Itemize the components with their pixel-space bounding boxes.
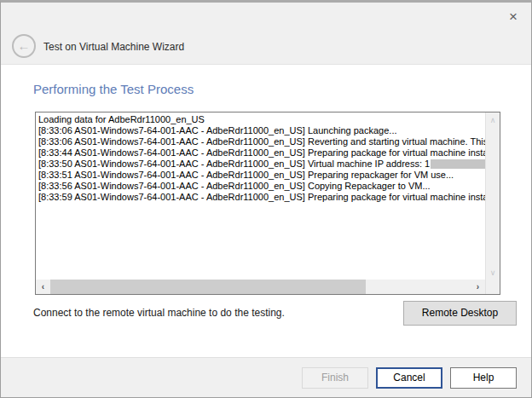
hscroll-thumb[interactable]	[50, 280, 366, 294]
remote-desktop-button[interactable]: Remote Desktop	[403, 301, 517, 326]
wizard-content: Performing the Test Process Loading data…	[1, 65, 531, 359]
log-line[interactable]: [8:33:50 AS01-Windows7-64-001-AAC - Adbe…	[38, 159, 485, 170]
test-log-listbox[interactable]: Loading data for AdbeRdr11000_en_US[8:33…	[35, 112, 500, 295]
vertical-scrollbar[interactable]: ∧ ∨	[485, 112, 500, 294]
close-icon[interactable]: ×	[504, 8, 523, 26]
log-line-text: [8:33:56 AS01-Windows7-64-001-AAC - Adbe…	[38, 181, 431, 192]
help-button[interactable]: Help	[450, 367, 517, 389]
log-line[interactable]: [8:33:06 AS01-Windows7-64-001-AAC - Adbe…	[38, 125, 485, 136]
info-row: Connect to the remote virtual machine to…	[33, 300, 517, 326]
vscroll-track[interactable]	[486, 127, 500, 265]
wizard-header: ← Test on Virtual Machine Wizard ×	[1, 3, 531, 65]
log-line-text: [8:33:51 AS01-Windows7-64-001-AAC - Adbe…	[38, 170, 454, 181]
log-line-text: [8:33:50 AS01-Windows7-64-001-AAC - Adbe…	[38, 159, 430, 170]
finish-button[interactable]: Finish	[302, 367, 368, 389]
scroll-left-icon[interactable]: ‹	[36, 280, 50, 294]
scroll-right-icon[interactable]: ›	[471, 280, 485, 294]
hscroll-track[interactable]	[50, 280, 471, 294]
redacted-ip-value	[431, 159, 485, 169]
button-bar: Finish Cancel Help	[1, 357, 531, 397]
log-line[interactable]: Loading data for AdbeRdr11000_en_US	[38, 114, 485, 125]
info-text: Connect to the remote virtual machine to…	[33, 307, 285, 319]
scroll-down-icon[interactable]: ∨	[486, 265, 500, 280]
log-list: Loading data for AdbeRdr11000_en_US[8:33…	[36, 112, 485, 280]
scrollbar-corner	[486, 280, 500, 294]
log-line[interactable]: [8:33:59 AS01-Windows7-64-001-AAC - Adbe…	[38, 192, 485, 203]
log-line-text: Loading data for AdbeRdr11000_en_US	[38, 114, 205, 125]
log-line-text: [8:33:44 AS01-Windows7-64-001-AAC - Adbe…	[38, 147, 485, 159]
log-line-text: [8:33:06 AS01-Windows7-64-001-AAC - Adbe…	[38, 125, 397, 136]
back-button[interactable]: ←	[12, 34, 36, 58]
log-line[interactable]: [8:33:51 AS01-Windows7-64-001-AAC - Adbe…	[38, 170, 485, 181]
window-title: Test on Virtual Machine Wizard	[43, 41, 184, 53]
log-line-text: [8:33:59 AS01-Windows7-64-001-AAC - Adbe…	[38, 192, 485, 203]
log-line[interactable]: [8:33:06 AS01-Windows7-64-001-AAC - Adbe…	[38, 136, 485, 147]
log-line[interactable]: [8:33:56 AS01-Windows7-64-001-AAC - Adbe…	[38, 181, 485, 192]
cancel-button[interactable]: Cancel	[376, 367, 442, 389]
wizard-window: ← Test on Virtual Machine Wizard × Perfo…	[0, 0, 532, 398]
log-pane: Loading data for AdbeRdr11000_en_US[8:33…	[36, 112, 485, 294]
horizontal-scrollbar[interactable]: ‹ ›	[36, 280, 485, 294]
scroll-up-icon[interactable]: ∧	[486, 112, 500, 127]
page-title: Performing the Test Process	[33, 82, 194, 96]
log-line[interactable]: [8:33:44 AS01-Windows7-64-001-AAC - Adbe…	[38, 147, 485, 159]
log-line-text: [8:33:06 AS01-Windows7-64-001-AAC - Adbe…	[38, 136, 485, 147]
